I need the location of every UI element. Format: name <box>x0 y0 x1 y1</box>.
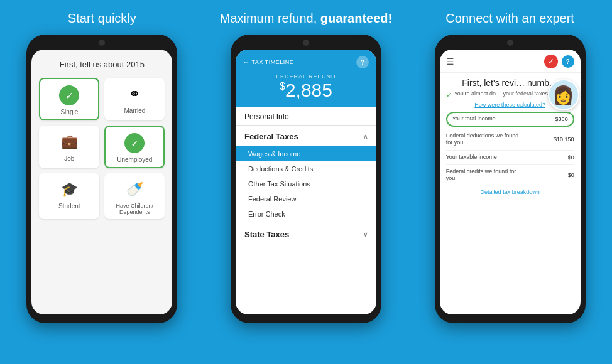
hamburger-icon[interactable]: ☰ <box>446 56 454 67</box>
phone-1-screen: First, tell us about 2015 ✓ Single ⚭ Mar… <box>31 50 172 314</box>
briefcase-icon: 💼 <box>59 132 79 152</box>
back-button[interactable]: ← TAX TIMELINE <box>243 59 293 65</box>
total-income-value: $380 <box>555 116 568 122</box>
status-label-single: Single <box>60 109 78 115</box>
phone-3-screen: ☰ ✓ ? 👩 First, let's revi… numb… ✓ You'r… <box>440 50 581 314</box>
phone-1-header: First, tell us about 2015 <box>39 60 165 69</box>
status-label-married: Married <box>124 107 145 114</box>
chevron-down-icon: ∨ <box>363 231 368 238</box>
check-icon-review: ✓ <box>446 91 452 99</box>
header-icons: ✓ ? <box>544 55 574 68</box>
federal-review-item[interactable]: Federal Review <box>236 191 376 206</box>
divider-2 <box>236 223 376 223</box>
rings-icon: ⚭ <box>124 84 145 104</box>
federal-taxes-header[interactable]: Federal Taxes ∧ <box>236 127 376 146</box>
status-label-student: Student <box>58 203 80 210</box>
phone-2-header: ← TAX TIMELINE ? FEDERAL REFUND $2,885 <box>236 50 376 107</box>
phone-2-body: Personal Info Federal Taxes ∧ Wages & In… <box>236 107 376 314</box>
column-3-title: Connect with an expert <box>445 11 574 26</box>
status-label-job: Job <box>64 155 74 162</box>
column-1-title: Start quickly <box>68 11 136 26</box>
column-connect-expert: Connect with an expert ☰ ✓ ? 👩 First, le… <box>410 0 611 323</box>
status-label-children: Have Children/ Dependents <box>108 203 161 215</box>
column-2-title-text: Maximum refund, guaranteed! <box>220 11 393 25</box>
help-button[interactable]: ? <box>356 56 369 68</box>
expert-avatar: 👩 <box>548 79 579 110</box>
wages-income-item[interactable]: Wages & Income <box>236 146 376 161</box>
state-taxes-label: State Taxes <box>244 230 289 239</box>
phone-3-header: ☰ ✓ ? <box>440 50 581 73</box>
stroller-icon: 🍼 <box>124 179 145 200</box>
refund-symbol: $ <box>280 81 285 92</box>
chevron-up-icon: ∧ <box>363 133 368 140</box>
review-row-total-income: Your total income $380 <box>446 112 574 127</box>
status-card-job[interactable]: 💼 Job <box>39 126 99 168</box>
phone-3: ☰ ✓ ? 👩 First, let's revi… numb… ✓ You'r… <box>435 35 586 323</box>
phone-3-camera <box>507 40 513 46</box>
phone-3-body: 👩 First, let's revi… numb… ✓ You're almo… <box>440 73 581 314</box>
detailed-breakdown-link[interactable]: Detailed tax breakdown <box>446 189 574 195</box>
status-card-student[interactable]: 🎓 Student <box>39 173 99 219</box>
column-2-title: Maximum refund, guaranteed! <box>220 11 393 26</box>
taxable-income-value: $0 <box>568 154 574 161</box>
deductions-credits-item[interactable]: Deductions & Credits <box>236 161 376 176</box>
phone-2-screen: ← TAX TIMELINE ? FEDERAL REFUND $2,885 P… <box>236 50 376 314</box>
federal-taxes-label: Federal Taxes <box>244 132 298 141</box>
refund-label: FEDERAL REFUND <box>243 73 369 80</box>
grad-icon: 🎓 <box>59 179 79 200</box>
status-card-children[interactable]: 🍼 Have Children/ Dependents <box>104 173 165 219</box>
status-grid: ✓ Single ⚭ Married 💼 Job ✓ Unemployed <box>39 78 165 219</box>
total-income-label: Your total income <box>452 115 496 123</box>
phone-2-camera <box>303 40 309 46</box>
back-arrow-icon: ← <box>243 59 249 65</box>
state-taxes-header[interactable]: State Taxes ∨ <box>236 225 376 244</box>
phone-1-camera <box>99 40 105 46</box>
status-label-unemployed: Unemployed <box>117 156 152 163</box>
column-max-refund: Maximum refund, guaranteed! ← TAX TIMELI… <box>205 0 407 323</box>
column-start-quickly: Start quickly First, tell us about 2015 … <box>1 0 202 323</box>
nav-back-label: TAX TIMELINE <box>251 59 293 65</box>
turbotax-logo-icon: ✓ <box>544 55 558 68</box>
refund-amount: $2,885 <box>243 81 369 100</box>
status-card-single[interactable]: ✓ Single <box>39 78 99 120</box>
taxable-income-label: Your taxable income <box>446 154 497 161</box>
deductions-value: $10,150 <box>554 136 574 142</box>
timeline-personal-info[interactable]: Personal Info <box>236 107 376 124</box>
error-check-item[interactable]: Error Check <box>236 206 376 222</box>
credits-value: $0 <box>568 172 574 178</box>
review-row-credits: Federal credits we found for you $0 <box>446 165 574 186</box>
review-row-taxable-income: Your taxable income $0 <box>446 151 574 165</box>
divider-1 <box>236 125 376 126</box>
phone-2: ← TAX TIMELINE ? FEDERAL REFUND $2,885 P… <box>231 35 381 323</box>
expert-person-icon: 👩 <box>552 85 574 105</box>
phone-2-nav: ← TAX TIMELINE ? <box>243 56 369 68</box>
deductions-label: Federal deductions we found for you <box>446 132 523 147</box>
check-icon-single: ✓ <box>59 85 79 105</box>
status-card-married[interactable]: ⚭ Married <box>104 78 165 120</box>
status-card-unemployed[interactable]: ✓ Unemployed <box>104 126 165 168</box>
check-icon-unemployed: ✓ <box>124 133 145 153</box>
credits-label: Federal credits we found for you <box>446 168 523 183</box>
other-tax-item[interactable]: Other Tax Situations <box>236 176 376 191</box>
help-button-2[interactable]: ? <box>562 55 574 68</box>
phone-1: First, tell us about 2015 ✓ Single ⚭ Mar… <box>26 35 177 323</box>
review-row-deductions: Federal deductions we found for you $10,… <box>446 129 574 151</box>
